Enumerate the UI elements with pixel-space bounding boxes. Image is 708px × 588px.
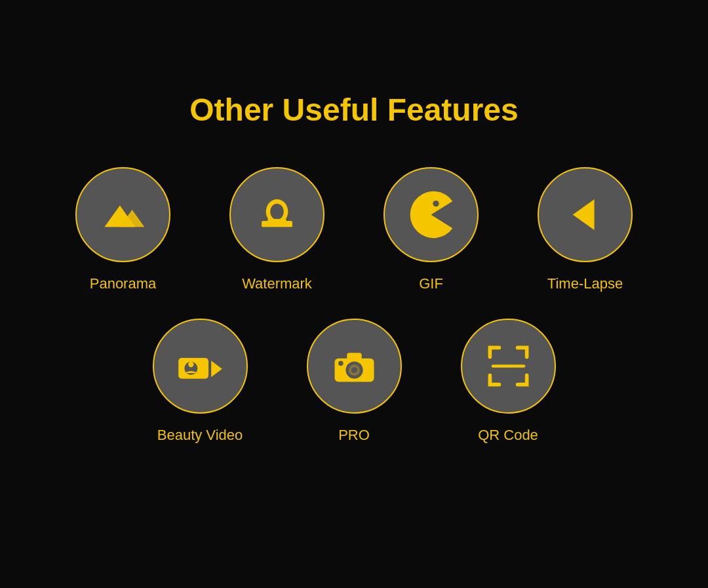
beauty-video-circle — [153, 319, 248, 414]
gif-circle — [384, 167, 479, 262]
pro-label: PRO — [338, 427, 370, 444]
feature-item-gif[interactable]: GIF — [384, 167, 479, 292]
svg-point-15 — [351, 367, 357, 373]
gif-label: GIF — [419, 275, 443, 292]
qr-code-icon — [484, 342, 533, 391]
feature-row-2: Beauty Video PRO — [153, 319, 556, 444]
svg-rect-12 — [347, 353, 362, 360]
feature-item-beauty-video[interactable]: Beauty Video — [153, 319, 248, 444]
svg-rect-5 — [267, 219, 286, 223]
page-title: Other Useful Features — [189, 92, 518, 128]
svg-point-16 — [338, 361, 344, 366]
feature-item-watermark[interactable]: Watermark — [229, 167, 324, 292]
feature-item-qr-code[interactable]: QR Code — [461, 319, 556, 444]
feature-item-pro[interactable]: PRO — [307, 319, 402, 444]
watermark-label: Watermark — [242, 275, 312, 292]
features-grid: Panorama Watermark — [0, 167, 708, 444]
gif-icon — [406, 190, 456, 239]
timelapse-label: Time-Lapse — [547, 275, 623, 292]
qr-code-label: QR Code — [478, 427, 538, 444]
timelapse-circle — [538, 167, 633, 262]
feature-item-panorama[interactable]: Panorama — [75, 167, 170, 292]
panorama-icon — [98, 190, 148, 239]
watermark-circle — [229, 167, 324, 262]
panorama-label: Panorama — [90, 275, 157, 292]
pro-icon — [330, 342, 379, 391]
watermark-icon — [252, 190, 302, 239]
pro-circle — [307, 319, 402, 414]
feature-item-timelapse[interactable]: Time-Lapse — [538, 167, 633, 292]
svg-marker-10 — [211, 361, 222, 377]
timelapse-icon — [560, 190, 610, 239]
beauty-video-icon — [176, 342, 225, 391]
svg-point-4 — [270, 204, 284, 220]
svg-point-6 — [433, 201, 439, 206]
panorama-circle — [75, 167, 170, 262]
qr-code-circle — [461, 319, 556, 414]
svg-point-9 — [188, 362, 193, 367]
beauty-video-label: Beauty Video — [157, 427, 243, 444]
feature-row-1: Panorama Watermark — [75, 167, 633, 292]
